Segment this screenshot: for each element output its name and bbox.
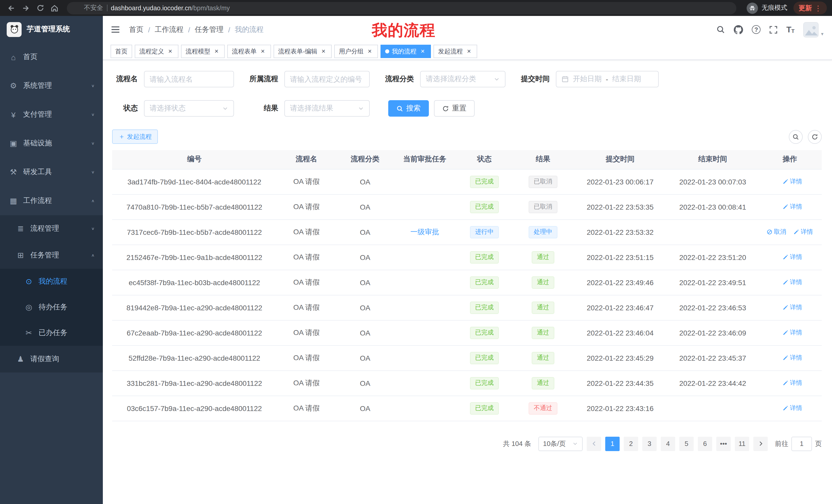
sidebar-item[interactable]: ⊞ 任务管理 ∧ — [0, 242, 103, 269]
tab[interactable]: 流程模型 × — [181, 45, 225, 58]
toggle-search-button[interactable] — [789, 130, 803, 144]
sidebar-item[interactable]: ⚙ 系统管理 ∨ — [0, 72, 103, 100]
tab[interactable]: 用户分组 × — [334, 45, 378, 58]
avatar[interactable] — [803, 22, 818, 37]
bookmark-star-icon[interactable] — [723, 4, 730, 12]
breadcrumb-workflow[interactable]: 工作流程 — [155, 25, 184, 34]
browser-update-button[interactable]: 更新 ⋮ — [794, 2, 827, 15]
breadcrumb-home[interactable]: 首页 — [129, 25, 144, 34]
cell-category: OA — [336, 320, 394, 345]
browser-menu-icon[interactable]: ⋮ — [814, 4, 822, 12]
detail-link[interactable]: 详情 — [783, 253, 802, 261]
page-number-button[interactable]: 1 — [605, 437, 620, 451]
tab-close-icon[interactable]: × — [320, 48, 327, 55]
app-logo-row[interactable]: 芋道管理系统 — [0, 16, 103, 43]
result-select[interactable]: 请选择流结果 — [284, 100, 370, 117]
sidebar-item[interactable]: ≣ 流程管理 ∨ — [0, 215, 103, 242]
page-number-button[interactable]: ••• — [716, 437, 731, 451]
tab[interactable]: 流程表单 × — [227, 45, 271, 58]
search-icon[interactable] — [716, 25, 725, 34]
github-icon[interactable] — [734, 25, 743, 34]
result-tag: 通过 — [532, 327, 554, 339]
process-def-input[interactable] — [284, 71, 370, 87]
cancel-link[interactable]: 取消 — [767, 228, 786, 236]
browser-forward-icon[interactable] — [20, 2, 32, 14]
sidebar-item[interactable]: ✂ 已办任务 — [0, 320, 103, 346]
status-select[interactable]: 请选择状态 — [144, 100, 234, 117]
browser-reload-icon[interactable] — [34, 2, 46, 14]
tab-close-icon[interactable]: × — [366, 48, 373, 55]
tab-close-icon[interactable]: × — [213, 48, 220, 55]
tab[interactable]: 流程定义 × — [135, 45, 178, 58]
menu-item-icon: ♟ — [16, 355, 26, 364]
page-numbers: 1 2 3 4 5 6 ••• — [605, 437, 749, 451]
create-process-button[interactable]: ＋ 发起流程 — [112, 130, 158, 144]
tab-close-icon[interactable]: × — [465, 48, 473, 55]
detail-link[interactable]: 详情 — [783, 177, 802, 186]
submit-time-range-input[interactable]: 开始日期 - 结束日期 — [556, 71, 659, 87]
fullscreen-icon[interactable] — [769, 25, 778, 34]
page-number-button[interactable]: 11 — [735, 437, 749, 451]
reset-button[interactable]: 重置 — [434, 100, 475, 117]
page-number-button[interactable]: 4 — [661, 437, 675, 451]
browser-back-icon[interactable] — [5, 2, 18, 14]
sidebar-item[interactable]: ¥ 支付管理 ∨ — [0, 100, 103, 129]
incognito-badge: 无痕模式 — [747, 2, 787, 13]
detail-link[interactable]: 详情 — [783, 379, 802, 387]
breadcrumb: 首页 / 工作流程 / 任务管理 / 我的流程 — [129, 25, 263, 34]
menu-item-label: 首页 — [23, 52, 95, 62]
browser-home-icon[interactable] — [48, 2, 61, 14]
page-number-button[interactable]: 5 — [679, 437, 694, 451]
table-row: 3ad174fb-7b9d-11ec-8404-acde48001122 OA … — [112, 169, 822, 194]
sidebar-item[interactable]: ▣ 基础设施 ∨ — [0, 129, 103, 158]
sidebar-item[interactable]: ⚒ 研发工具 ∨ — [0, 158, 103, 187]
prev-page-button[interactable] — [587, 437, 601, 451]
cell-current-task — [394, 370, 456, 396]
process-name-input[interactable] — [144, 71, 234, 87]
menu-item-icon: ◎ — [24, 303, 34, 312]
refresh-button[interactable] — [808, 130, 822, 144]
tab[interactable]: 我的流程 × — [381, 45, 431, 58]
user-menu[interactable]: ▼ — [803, 22, 824, 37]
status-tag: 已完成 — [470, 352, 499, 364]
page-number-button[interactable]: 2 — [624, 437, 638, 451]
help-icon[interactable]: ? — [752, 25, 760, 34]
next-page-button[interactable] — [753, 437, 768, 451]
tab[interactable]: 发起流程 × — [434, 45, 477, 58]
page-size-select[interactable]: 10条/页 — [538, 437, 582, 451]
menu-item-icon: ⚒ — [8, 167, 19, 177]
tab-close-icon[interactable]: × — [259, 48, 266, 55]
address-bar[interactable]: 不安全 dashboard.yudao.iocoder.cn/bpm/task/… — [67, 2, 736, 14]
detail-link[interactable]: 详情 — [783, 202, 802, 211]
sidebar-item[interactable]: ⊙ 我的流程 — [0, 269, 103, 295]
column-header: 当前审批任务 — [394, 150, 456, 169]
sidebar-item[interactable]: ▦ 工作流程 ∧ — [0, 187, 103, 215]
key-icon[interactable] — [711, 4, 719, 12]
font-size-icon[interactable]: TT — [786, 25, 795, 34]
breadcrumb-task[interactable]: 任务管理 — [195, 25, 224, 34]
detail-link[interactable]: 详情 — [794, 228, 813, 236]
search-button[interactable]: 搜索 — [388, 100, 429, 117]
sidebar-menu: ⌂ 首页 ⚙ 系统管理 ∨ ¥ 支付管理 ∨ — [0, 43, 103, 372]
category-select[interactable]: 请选择流程分类 — [420, 71, 505, 87]
tab[interactable]: 首页 × — [110, 45, 132, 58]
sidebar-item[interactable]: ♟ 请假查询 — [0, 346, 103, 372]
page-number-button[interactable]: 3 — [642, 437, 657, 451]
sidebar-toggle-icon[interactable] — [110, 25, 120, 34]
cell-end-time — [668, 396, 758, 421]
menu-item-label: 我的流程 — [38, 277, 95, 286]
detail-link[interactable]: 详情 — [783, 354, 802, 362]
tab-close-icon[interactable]: × — [419, 48, 426, 55]
sidebar-item[interactable]: ⌂ 首页 — [0, 43, 103, 72]
tab[interactable]: 流程表单-编辑 × — [274, 45, 332, 58]
current-task-link[interactable]: 一级审批 — [410, 227, 439, 235]
detail-link[interactable]: 详情 — [783, 328, 802, 337]
goto-page-input[interactable] — [791, 437, 812, 451]
detail-link[interactable]: 详情 — [783, 278, 802, 287]
page: 不安全 dashboard.yudao.iocoder.cn/bpm/task/… — [0, 0, 832, 504]
tab-close-icon[interactable]: × — [166, 48, 174, 55]
page-number-button[interactable]: 6 — [698, 437, 712, 451]
detail-link[interactable]: 详情 — [783, 303, 802, 312]
detail-link[interactable]: 详情 — [783, 404, 802, 413]
sidebar-item[interactable]: ◎ 待办任务 — [0, 295, 103, 320]
